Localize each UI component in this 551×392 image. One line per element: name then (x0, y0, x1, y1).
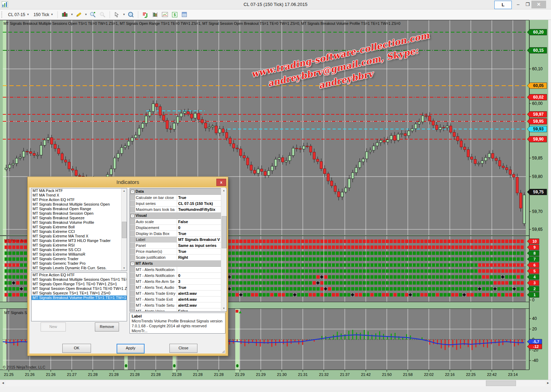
list-item[interactable]: MT Signals Extreme Boll (32, 225, 127, 229)
property-row[interactable]: MT - Alerts Trade Exitalert4.wav (130, 297, 221, 302)
property-row[interactable]: Maximum bars look baTwoHundredFiftySix (130, 207, 221, 213)
list-item[interactable]: MT Price Action EQ HTF (32, 198, 127, 202)
property-category[interactable]: –MT Alerts (130, 261, 221, 267)
property-value[interactable]: TwoHundredFiftySix (177, 207, 221, 212)
list-item[interactable]: MT Signals Breakout Multiple Sessions Op… (32, 202, 127, 207)
dialog-close-button[interactable]: x (216, 179, 226, 186)
chevron-down-icon[interactable]: ▼ (84, 13, 87, 16)
scrollbar-thumb[interactable] (486, 380, 516, 386)
property-value[interactable]: MT Signals Breakout V (177, 237, 221, 242)
collapse-icon[interactable]: – (131, 190, 134, 194)
property-grid[interactable]: –DataCalculate on bar closeTrueInput ser… (130, 188, 227, 312)
list-item[interactable]: MT Signals Breakout Squeeze (32, 216, 127, 220)
collapse-icon[interactable]: – (131, 262, 134, 266)
list-item[interactable]: MT Signals Extreme WilliamsR (32, 252, 127, 257)
snapshot-icon[interactable] (161, 11, 169, 19)
scroll-left-icon[interactable]: ◄ (0, 380, 6, 386)
applied-indicators-list[interactable]: MT Price Action EQ HTFMT Signals Breakou… (31, 272, 127, 321)
property-row[interactable]: Display in Data BoxTrue (130, 231, 221, 237)
property-row[interactable]: MT - Alerts Trade Entryalert3.wav (130, 291, 221, 297)
maximize-button[interactable]: ❐ (524, 1, 531, 8)
scroll-right-icon[interactable]: ► (545, 380, 551, 386)
collapse-icon[interactable]: – (131, 214, 134, 218)
property-category[interactable]: –Data (130, 188, 221, 195)
property-value[interactable]: Same as input series (177, 243, 221, 248)
property-value[interactable]: alert4.wav (177, 297, 221, 302)
link-button[interactable]: L (494, 1, 512, 9)
list-item[interactable]: MT Signals Generic Trader Pro (32, 261, 127, 266)
scroll-down-icon[interactable]: ▼ (121, 266, 127, 271)
chevron-down-icon[interactable]: ▼ (70, 13, 73, 16)
list-item[interactable]: MT Signals Levels Dynamic Fib Curr. Sess… (32, 266, 127, 270)
property-row[interactable]: MT - Alerts Re-Arm Se3 (130, 279, 221, 285)
available-list-scrollbar[interactable]: ▲ ▼ (121, 188, 127, 271)
list-item[interactable]: MT Price Action EQ HTF (32, 273, 127, 277)
property-value[interactable]: alert2.wav (177, 302, 221, 308)
zoom-in-icon[interactable] (89, 11, 97, 19)
indicators-icon[interactable] (141, 11, 149, 19)
property-row[interactable]: MT - Alerts Trade Setualert2.wav (130, 302, 221, 308)
cursor-icon[interactable] (113, 11, 121, 19)
property-value[interactable]: False (177, 308, 221, 312)
property-row[interactable]: MT - Alerts Notification (130, 267, 221, 273)
property-value[interactable]: True (177, 231, 221, 236)
scroll-up-icon[interactable]: ▲ (121, 188, 127, 193)
available-indicators-list[interactable]: MT MA Pack HTFMT MA Trend XMT Price Acti… (31, 188, 127, 271)
horizontal-scrollbar[interactable] (0, 380, 551, 386)
property-value[interactable]: True (177, 285, 221, 290)
property-value[interactable]: alert3.wav (177, 291, 221, 296)
list-item[interactable]: MT Signals Generic Trader (32, 257, 127, 261)
property-grid-scrollbar[interactable]: ▲ ▼ (221, 188, 226, 311)
dollar-icon[interactable]: $ (170, 11, 179, 19)
zoom-out-icon[interactable] (98, 11, 107, 19)
remove-button[interactable]: Remove (95, 322, 119, 332)
databox-icon[interactable] (180, 11, 189, 19)
list-item[interactable]: MT Signals Breakout Volume Profile TS=1 … (32, 295, 127, 300)
list-item[interactable]: MT Signal Session Open Breakout TS=1 TE=… (32, 286, 127, 291)
list-item[interactable]: MT Signals Breakout Session Open (32, 211, 127, 216)
property-value[interactable]: 0 (177, 225, 221, 230)
list-item[interactable]: MT Signals Breakout Open Range (32, 207, 127, 211)
chart-style-icon[interactable] (61, 11, 69, 19)
property-row[interactable]: Price marker(s)True (130, 249, 221, 255)
chevron-down-icon[interactable]: ▼ (123, 13, 125, 16)
property-row[interactable]: MT - Alerts Text, AudioTrue (130, 285, 221, 291)
property-row[interactable]: Scale justificationRight (130, 255, 221, 261)
close-button[interactable]: ✕ (531, 1, 546, 8)
pencil-icon[interactable] (75, 11, 83, 19)
list-item[interactable]: MT Signals Breakout Volume Profile (32, 220, 127, 225)
property-row[interactable]: Input seriesCL 07-15 (150 Tick) (130, 201, 221, 207)
property-value[interactable]: 3 (177, 279, 221, 284)
scrollbar-thumb[interactable] (222, 216, 226, 248)
interval-selector[interactable]: 150 Tick ▼ (32, 12, 55, 18)
instrument-selector[interactable]: CL 07-15 ▼ (7, 12, 31, 18)
property-row[interactable]: MT - Alerts VoiceFalse (130, 308, 221, 312)
list-item[interactable]: MT Signals Extreme RSI (32, 243, 127, 248)
property-value[interactable]: True (177, 195, 221, 200)
resize-grip[interactable]: ◢ (222, 349, 225, 354)
list-item[interactable]: MT Signals Extreme SS CCI (32, 248, 127, 252)
toolbar-grip[interactable] (1, 12, 4, 18)
list-item[interactable]: MT Signals Extreme MT3 HILO Range Trader (32, 238, 127, 243)
list-item[interactable]: MT Signals Squeeze TS=1 TE=1 TW=1 ZS=0 (32, 291, 127, 295)
scrollbar-thumb[interactable] (122, 222, 127, 238)
property-value[interactable]: CL 07-15 (150 Tick) (177, 201, 221, 206)
property-row[interactable]: Auto scaleFalse (130, 219, 221, 225)
magnifier-icon[interactable] (127, 11, 135, 19)
apply-button[interactable]: Apply (117, 344, 145, 354)
property-category[interactable]: –Visual (130, 213, 221, 219)
list-item[interactable]: MT Signals Breakout Multiple Sessions Op… (32, 277, 127, 282)
ok-button[interactable]: OK (62, 344, 91, 353)
property-value[interactable]: Right (177, 255, 221, 260)
minimize-button[interactable]: – (514, 1, 522, 8)
chart-bars-icon[interactable] (151, 11, 159, 19)
property-row[interactable]: PanelSame as input series (130, 243, 221, 249)
property-value[interactable]: False (177, 219, 221, 224)
scroll-up-icon[interactable]: ▲ (221, 188, 226, 193)
new-button[interactable]: New (41, 322, 66, 332)
property-row[interactable]: LabelMT Signals Breakout V (130, 237, 221, 243)
property-row[interactable]: Calculate on bar closeTrue (130, 195, 221, 201)
list-item[interactable]: MT MA Pack HTF (32, 188, 127, 193)
list-item[interactable]: MT Signals Open Range TS=1 TE=0 TW=1 ZS=… (32, 282, 127, 286)
property-row[interactable]: MT - Alerts Notification0 (130, 273, 221, 279)
